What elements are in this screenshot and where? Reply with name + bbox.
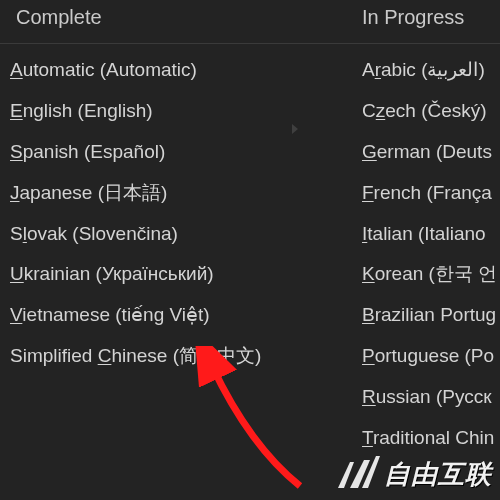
language-inprogress-item[interactable]: Russian (Русск	[362, 377, 500, 418]
language-inprogress-item[interactable]: Brazilian Portug	[362, 295, 500, 336]
language-complete-item[interactable]: Automatic (Automatic)	[0, 50, 362, 91]
column-complete: Complete Automatic (Automatic)English (E…	[0, 0, 362, 500]
in-progress-items: Arabic (العربية)Czech (Český)German (Deu…	[362, 50, 500, 459]
language-inprogress-item[interactable]: Italian (Italiano	[362, 214, 500, 255]
column-header-in-progress: In Progress	[362, 0, 500, 43]
language-complete-item[interactable]: Ukrainian (Український)	[0, 254, 362, 295]
language-complete-item[interactable]: Japanese (日本語)	[0, 173, 362, 214]
column-header-complete: Complete	[0, 0, 362, 43]
language-inprogress-item[interactable]: Portuguese (Po	[362, 336, 500, 377]
language-complete-item[interactable]: English (English)	[0, 91, 362, 132]
separator	[0, 43, 362, 44]
language-complete-item[interactable]: Simplified Chinese (简体中文)	[0, 336, 362, 377]
separator	[362, 43, 500, 44]
language-inprogress-item[interactable]: Korean (한국 언	[362, 254, 500, 295]
language-complete-item[interactable]: Spanish (Español)	[0, 132, 362, 173]
column-in-progress: In Progress Arabic (العربية)Czech (Český…	[362, 0, 500, 500]
complete-items: Automatic (Automatic)English (English)Sp…	[0, 50, 362, 377]
language-inprogress-item[interactable]: Arabic (العربية)	[362, 50, 500, 91]
language-complete-item[interactable]: Vietnamese (tiếng Việt)	[0, 295, 362, 336]
language-inprogress-item[interactable]: Traditional Chin	[362, 418, 500, 459]
language-selection-panel: Complete Automatic (Automatic)English (E…	[0, 0, 500, 500]
language-inprogress-item[interactable]: German (Deuts	[362, 132, 500, 173]
language-inprogress-item[interactable]: French (França	[362, 173, 500, 214]
language-inprogress-item[interactable]: Czech (Český)	[362, 91, 500, 132]
language-complete-item[interactable]: Slovak (Slovenčina)	[0, 214, 362, 255]
